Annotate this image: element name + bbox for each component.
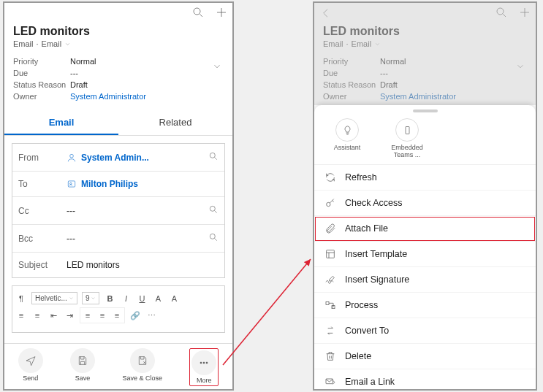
bcc-field[interactable]: --- xyxy=(67,234,208,244)
text-color-button[interactable]: A xyxy=(152,293,164,304)
link-button[interactable]: 🔗 xyxy=(129,310,141,321)
refresh-icon xyxy=(324,172,336,183)
search-icon[interactable] xyxy=(208,204,219,217)
svg-rect-14 xyxy=(326,301,329,304)
right-pane: LED monitors Email · Email PriorityNorma… xyxy=(313,1,537,391)
template-icon xyxy=(324,248,336,260)
align-left-button[interactable]: ≡ xyxy=(82,310,94,321)
search-icon[interactable] xyxy=(208,151,219,164)
rte-toolbar: ¶ Helvetic... 9 B I U A A ≡ ≡ ⇤ ⇥ ≡ ≡ ≡ … xyxy=(12,285,225,333)
bottom-actions: Send Save Save & Close More xyxy=(4,343,232,389)
format-icon[interactable]: ¶ xyxy=(15,293,27,304)
send-button[interactable]: Send xyxy=(18,348,43,386)
save-close-button[interactable]: Save & Close xyxy=(122,348,162,386)
svg-point-6 xyxy=(210,234,215,239)
page-title: LED monitors xyxy=(323,25,527,38)
save-close-icon xyxy=(137,355,148,366)
svg-point-1 xyxy=(70,154,74,158)
svg-point-0 xyxy=(194,8,200,15)
expand-icon xyxy=(515,61,525,73)
from-field[interactable]: System Admin... xyxy=(67,153,208,163)
bold-button[interactable]: B xyxy=(104,293,115,304)
save-button[interactable]: Save xyxy=(70,348,95,386)
svg-rect-16 xyxy=(326,379,333,384)
more-menu-sheet: Assistant Embedded Teams ... Refresh Che… xyxy=(314,105,536,389)
tab-email[interactable]: Email xyxy=(4,111,118,135)
font-select[interactable]: Helvetic... xyxy=(31,292,77,304)
sheet-handle[interactable] xyxy=(413,109,438,112)
more-button[interactable]: More xyxy=(191,350,216,384)
email-form: From System Admin... To Milton Philips C… xyxy=(12,143,225,278)
menu-insert-signature[interactable]: Insert Signature xyxy=(314,267,536,293)
indent-button[interactable]: ⇥ xyxy=(64,310,75,321)
svg-point-4 xyxy=(70,182,72,184)
align-center-button[interactable]: ≡ xyxy=(96,310,108,321)
lightbulb-icon xyxy=(342,125,353,136)
svg-point-12 xyxy=(327,202,330,206)
paperclip-icon xyxy=(324,223,336,234)
user-icon xyxy=(67,153,77,163)
svg-point-5 xyxy=(210,206,215,211)
align-right-button[interactable]: ≡ xyxy=(111,310,123,321)
svg-point-2 xyxy=(210,153,215,158)
send-icon xyxy=(25,355,37,366)
process-icon xyxy=(324,299,336,311)
assistant-shortcut[interactable]: Assistant xyxy=(327,118,367,158)
page-title: LED monitors xyxy=(13,25,224,38)
breadcrumb: Email · Email xyxy=(323,39,527,48)
subject-field[interactable]: LED monitors xyxy=(67,260,219,270)
email-link-icon xyxy=(324,376,336,388)
to-field[interactable]: Milton Philips xyxy=(67,179,219,189)
device-icon xyxy=(402,125,413,136)
svg-point-8 xyxy=(203,362,205,364)
underline-button[interactable]: U xyxy=(136,293,148,304)
search-icon[interactable] xyxy=(191,6,205,22)
menu-refresh[interactable]: Refresh xyxy=(314,165,536,191)
contact-icon xyxy=(67,179,77,189)
list-number-button[interactable]: ≡ xyxy=(31,310,43,321)
chevron-down-icon xyxy=(64,41,71,47)
svg-point-7 xyxy=(200,362,202,364)
owner-link[interactable]: System Administrator xyxy=(70,91,146,102)
list-bullet-button[interactable]: ≡ xyxy=(15,310,27,321)
key-icon xyxy=(324,197,336,209)
tabs: Email Related xyxy=(4,111,232,136)
breadcrumb[interactable]: Email · Email xyxy=(13,39,224,48)
menu-email-link[interactable]: Email a Link xyxy=(314,369,536,389)
more-formatting-button[interactable]: ⋯ xyxy=(145,310,157,321)
save-icon xyxy=(77,355,88,366)
menu-delete[interactable]: Delete xyxy=(314,344,536,369)
svg-rect-11 xyxy=(406,126,409,134)
search-icon[interactable] xyxy=(208,232,219,245)
menu-check-access[interactable]: Check Access xyxy=(314,191,536,216)
outdent-button[interactable]: ⇤ xyxy=(48,310,59,321)
cc-field[interactable]: --- xyxy=(67,206,208,216)
menu-process[interactable]: Process xyxy=(314,293,536,318)
left-pane: LED monitors Email · Email PriorityNorma… xyxy=(3,1,234,391)
svg-point-9 xyxy=(206,362,208,364)
properties: PriorityNormal Due--- Status ReasonDraft… xyxy=(4,53,232,107)
tab-related[interactable]: Related xyxy=(118,111,232,135)
menu-convert-to[interactable]: Convert To xyxy=(314,318,536,344)
svg-rect-13 xyxy=(327,250,335,258)
teams-shortcut[interactable]: Embedded Teams ... xyxy=(387,118,427,158)
italic-button[interactable]: I xyxy=(120,293,132,304)
menu-attach-file[interactable]: Attach File xyxy=(314,216,536,242)
convert-icon xyxy=(324,325,336,337)
highlight-button[interactable]: A xyxy=(168,293,180,304)
add-icon[interactable] xyxy=(215,6,228,22)
more-icon xyxy=(198,357,210,369)
trash-icon xyxy=(324,350,336,362)
expand-icon[interactable] xyxy=(212,61,222,73)
signature-icon xyxy=(324,274,336,285)
size-select[interactable]: 9 xyxy=(82,292,100,304)
chevron-down-icon xyxy=(374,41,381,47)
menu-insert-template[interactable]: Insert Template xyxy=(314,242,536,267)
